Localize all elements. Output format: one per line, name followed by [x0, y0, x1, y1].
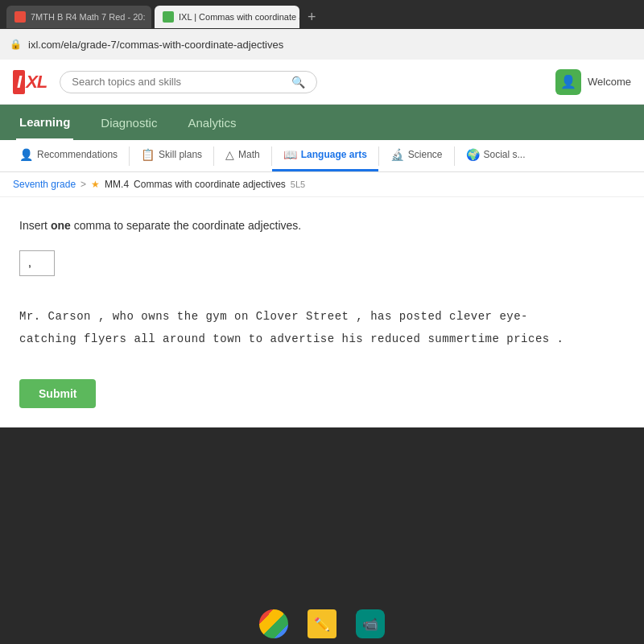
tab-1[interactable]: 7MTH B R4 Math 7 Red - 20: × [6, 6, 151, 28]
meet-icon[interactable]: 📹 [356, 609, 385, 638]
math-label: Math [238, 149, 260, 160]
social-icon: 🌍 [466, 148, 480, 161]
breadcrumb-skill-name: Commas with coordinate adjectives [134, 179, 286, 190]
user-icon[interactable]: 👤 [555, 69, 581, 95]
tab-social[interactable]: 🌍 Social s... [455, 140, 537, 171]
tab-1-label: 7MTH B R4 Math 7 Red - 20: [31, 12, 145, 22]
search-icon: 🔍 [291, 76, 305, 89]
search-bar[interactable]: 🔍 [60, 71, 317, 93]
submit-button[interactable]: Submit [19, 379, 96, 408]
science-label: Science [408, 149, 443, 160]
user-icon-glyph: 👤 [560, 74, 576, 89]
ixl-logo[interactable]: IXL [13, 70, 47, 94]
sentence-line-1: Mr. Carson , who owns the gym on Clover … [19, 305, 625, 328]
skill-plans-label: Skill plans [159, 149, 202, 160]
tab-language-arts[interactable]: 📖 Language arts [272, 140, 378, 171]
language-arts-label: Language arts [301, 149, 367, 160]
breadcrumb-star-icon: ★ [91, 179, 100, 190]
nav-analytics[interactable]: Analytics [184, 106, 239, 139]
nav-learning[interactable]: Learning [16, 105, 73, 140]
search-input[interactable] [72, 76, 285, 88]
sentence-line-2: catching flyers all around town to adver… [19, 328, 625, 350]
breadcrumb: Seventh grade > ★ MM.4 Commas with coord… [0, 172, 644, 197]
instruction-prefix: Insert [19, 219, 51, 232]
instruction-bold: one [51, 219, 71, 232]
tab-skill-plans[interactable]: 📋 Skill plans [130, 140, 213, 171]
tab-2-icon [163, 11, 174, 23]
instruction-suffix: comma to separate the coordinate adjecti… [71, 219, 301, 232]
social-label: Social s... [484, 149, 526, 160]
breadcrumb-skill-code: MM.4 [105, 179, 129, 190]
taskbar: ✏️ 📹 [0, 604, 644, 644]
sentence-display: Mr. Carson , who owns the gym on Clover … [19, 295, 625, 360]
tab-recommendations[interactable]: 👤 Recommendations [8, 140, 129, 171]
breadcrumb-grade[interactable]: Seventh grade [13, 179, 76, 190]
main-nav: Learning Diagnostic Analytics [0, 105, 644, 140]
question-instruction: Insert one comma to separate the coordin… [19, 217, 625, 234]
tab-science[interactable]: 🔬 Science [379, 140, 454, 171]
welcome-area: 👤 Welcome [555, 69, 631, 95]
math-icon: △ [225, 148, 234, 161]
logo-xl: XL [26, 72, 47, 93]
browser-chrome: 7MTH B R4 Math 7 Red - 20: × IXL | Comma… [0, 0, 644, 60]
recommendations-icon: 👤 [19, 148, 33, 161]
main-content: Insert one comma to separate the coordin… [0, 197, 644, 427]
docs-icon[interactable]: ✏️ [308, 609, 336, 638]
logo-i: I [13, 70, 25, 94]
chrome-icon[interactable] [259, 609, 288, 638]
science-icon: 🔬 [390, 148, 404, 161]
top-nav: IXL 🔍 👤 Welcome [0, 60, 644, 105]
answer-input-area: , [19, 250, 625, 276]
tab-bar: 7MTH B R4 Math 7 Red - 20: × IXL | Comma… [0, 0, 644, 29]
new-tab-button[interactable]: + [303, 9, 321, 26]
breadcrumb-level: 5L5 [291, 180, 305, 189]
subject-tabs: 👤 Recommendations 📋 Skill plans △ Math 📖… [0, 140, 644, 172]
tab-2-label: IXL | Commas with coordinate a... [179, 12, 299, 22]
url-text[interactable]: ixl.com/ela/grade-7/commas-with-coordina… [28, 39, 283, 51]
lock-icon: 🔒 [10, 39, 22, 50]
tab-1-icon [14, 11, 26, 23]
ixl-app: IXL 🔍 👤 Welcome Learning Diagnostic Anal… [0, 60, 644, 427]
welcome-text: Welcome [588, 76, 631, 88]
tab-2[interactable]: IXL | Commas with coordinate a... × [155, 6, 299, 28]
language-arts-icon: 📖 [283, 148, 297, 161]
skill-plans-icon: 📋 [141, 148, 155, 161]
address-bar: 🔒 ixl.com/ela/grade-7/commas-with-coordi… [0, 29, 644, 60]
recommendations-label: Recommendations [37, 149, 118, 160]
breadcrumb-separator: > [80, 179, 86, 190]
tab-math[interactable]: △ Math [214, 140, 271, 171]
nav-diagnostic[interactable]: Diagnostic [97, 106, 160, 139]
answer-box[interactable]: , [19, 250, 55, 276]
